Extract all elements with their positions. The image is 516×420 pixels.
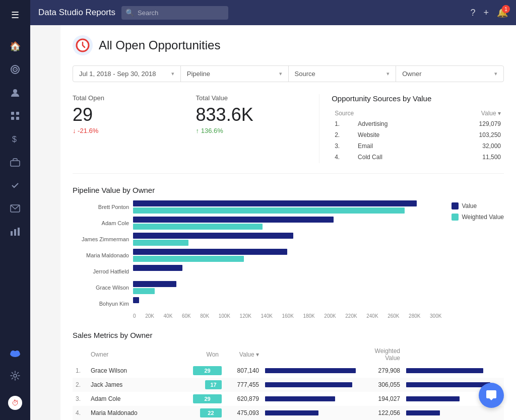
pipeline-row: Adam Cole — [73, 217, 441, 230]
filter-source-label: Source — [295, 70, 315, 78]
pipeline-row: Grace Wilson — [73, 281, 441, 294]
value-bar — [133, 281, 176, 287]
legend-label: Weighted Value — [462, 214, 504, 221]
value-bar — [133, 249, 287, 255]
filter-date[interactable]: Jul 1, 2018 - Sep 30, 2018 ▾ — [73, 66, 181, 82]
filter-source[interactable]: Source ▾ — [289, 66, 397, 82]
won-bar: 17 — [205, 380, 222, 389]
legend-label: Value — [462, 202, 477, 209]
pipeline-owner-label: Jerrod Hatfield — [73, 268, 133, 274]
metrics-weighted: 279,908 — [363, 364, 403, 378]
sidebar-person-icon[interactable] — [5, 83, 25, 103]
source-value: 32,000 — [440, 141, 503, 151]
weighted-mini-bar — [406, 396, 460, 401]
chart-area: Brett Ponton Adam Cole James Zimmerman M… — [73, 200, 504, 319]
sidebar-mail-icon[interactable] — [5, 198, 25, 219]
sidebar-cloud-icon[interactable] — [5, 342, 25, 363]
metrics-section: Sales Metrics by Owner Owner Won Value ▾… — [73, 331, 504, 420]
search-input[interactable] — [121, 6, 228, 20]
metrics-weighted-bar-cell — [403, 364, 504, 378]
sources-row: 1. Advertising 129,079 — [333, 119, 503, 129]
pipeline-owner-label: Maria Maldonado — [73, 252, 133, 258]
sources-title: Opportunity Sources by Value — [332, 94, 504, 103]
svg-rect-12 — [14, 229, 16, 236]
svg-point-2 — [15, 69, 16, 70]
axis-label: 220K — [345, 313, 357, 319]
pipeline-bars — [133, 217, 441, 230]
source-value: 129,079 — [440, 119, 503, 129]
chat-fab[interactable] — [479, 383, 504, 408]
sidebar-home-icon[interactable]: 🏠 — [5, 36, 25, 56]
svg-point-17 — [14, 374, 17, 377]
axis-label: 300K — [430, 313, 441, 319]
sidebar-dollar-icon[interactable]: $ — [5, 129, 25, 149]
svg-rect-4 — [11, 112, 14, 115]
metrics-owner: Jack James — [88, 378, 161, 392]
svg-rect-11 — [11, 231, 13, 236]
sidebar-grid-icon[interactable] — [5, 106, 25, 126]
chart-axis: 020K40K60K80K100K120K140K160K180K200K220… — [73, 313, 441, 319]
svg-point-3 — [13, 89, 17, 93]
metrics-row: 2. Jack James 17 777,455 306,055 — [73, 378, 504, 392]
metrics-value-bar-cell — [262, 406, 363, 420]
metrics-owner: Grace Wilson — [88, 364, 161, 378]
source-rank: 1. — [333, 119, 355, 129]
axis-label: 20K — [145, 313, 154, 319]
metrics-won-cell: 29 — [161, 392, 222, 406]
chart-legend: Value Weighted Value — [452, 200, 504, 319]
axis-label: 200K — [324, 313, 336, 319]
filter-date-label: Jul 1, 2018 - Sep 30, 2018 — [79, 70, 156, 78]
weighted-bar — [133, 224, 263, 230]
sidebar-settings-icon[interactable] — [5, 366, 25, 386]
total-open-change: ↓ -21.6% — [73, 127, 186, 134]
weighted-bar — [133, 207, 405, 214]
legend-color — [452, 202, 459, 209]
axis-label: 160K — [282, 313, 293, 319]
axis-label: 240K — [366, 313, 378, 319]
won-bar: 29 — [193, 366, 222, 375]
sidebar-menu-icon[interactable]: ☰ — [5, 5, 25, 25]
svg-rect-9 — [11, 161, 20, 166]
help-button[interactable]: ? — [470, 8, 475, 18]
value-bar — [133, 217, 334, 223]
sidebar-chart-icon[interactable] — [5, 222, 25, 242]
search-wrap: 🔍 — [121, 6, 228, 20]
source-name: Email — [356, 141, 438, 151]
source-rank: 2. — [333, 130, 355, 140]
svg-point-16 — [15, 351, 20, 356]
filter-pipeline[interactable]: Pipeline ▾ — [181, 66, 289, 82]
pipeline-bars — [133, 297, 441, 310]
sidebar-check-icon[interactable] — [5, 175, 25, 195]
svg-rect-7 — [16, 117, 19, 120]
sidebar-logo-icon: ⏱ — [5, 393, 25, 413]
metrics-row: 3. Adam Cole 29 620,879 194,027 — [73, 392, 504, 406]
source-value: 103,250 — [440, 130, 503, 140]
filter-owner[interactable]: Owner ▾ — [396, 66, 503, 82]
sidebar-target-icon[interactable] — [5, 59, 25, 80]
total-open-label: Total Open — [73, 94, 186, 102]
notification-badge: 1 — [502, 5, 510, 13]
main-content: All Open Opportunities Jul 1, 2018 - Sep… — [60, 25, 516, 420]
metrics-value: 807,140 — [222, 364, 262, 378]
axis-label: 140K — [261, 313, 273, 319]
col-won: Won — [161, 345, 222, 364]
pipeline-owner-label: Grace Wilson — [73, 285, 133, 291]
total-value-block: Total Value 833.6K ↑ 136.6% — [196, 94, 319, 163]
legend-item: Value — [452, 202, 504, 209]
metrics-rank: 4. — [73, 406, 88, 420]
source-name: Website — [356, 130, 438, 140]
weighted-mini-bar — [406, 368, 483, 373]
sources-col-value: Value ▾ — [440, 109, 503, 118]
sidebar-briefcase-icon[interactable] — [5, 152, 25, 172]
pipeline-row: Brett Ponton — [73, 200, 441, 214]
weighted-bar — [133, 256, 244, 262]
svg-rect-5 — [16, 112, 19, 115]
metrics-title: Sales Metrics by Owner — [73, 331, 504, 339]
metrics-won-cell: 17 — [161, 378, 222, 392]
pipeline-bars — [133, 265, 441, 278]
add-button[interactable]: + — [483, 8, 489, 18]
col-value: Value ▾ — [222, 345, 262, 364]
axis-label: 120K — [240, 313, 251, 319]
value-mini-bar — [265, 396, 335, 401]
sources-row: 4. Cold Call 11,500 — [333, 152, 503, 162]
